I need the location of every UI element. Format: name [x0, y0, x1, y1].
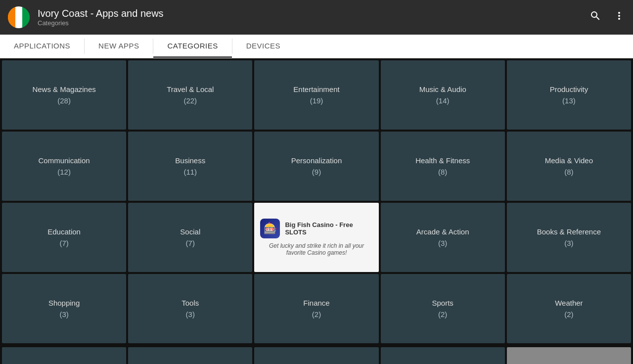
grid-cell-health-fitness[interactable]: Health & Fitness (8): [381, 132, 505, 201]
cell-name: Tools: [178, 299, 203, 307]
cell-name: Personalization: [287, 156, 346, 165]
cell-name: Social: [176, 228, 204, 236]
cell-name: Productivity: [546, 85, 592, 93]
grid-cell-books-reference[interactable]: Books & Reference (3): [507, 203, 631, 272]
header-actions: [589, 10, 625, 25]
ad-top: 🎰 Big Fish Casino - Free SLOTS: [260, 219, 372, 238]
cell-count: (3): [564, 239, 573, 247]
grid-cell-travel-local[interactable]: Travel & Local (22): [128, 60, 252, 130]
header-text-block: Ivory Coast - Apps and news Categories: [38, 8, 582, 27]
cell-count: (28): [57, 96, 71, 105]
cell-count: (9): [312, 168, 321, 176]
partial-cell-1[interactable]: [2, 347, 126, 364]
cell-count: (14): [436, 96, 450, 105]
grid-cell-productivity[interactable]: Productivity (13): [507, 60, 631, 130]
grid-cell-sports[interactable]: Sports (2): [381, 274, 505, 343]
cell-count: (13): [562, 96, 576, 105]
cell-count: (19): [310, 96, 323, 105]
grid-cell-social[interactable]: Social (7): [128, 203, 252, 272]
cell-name: Media & Video: [541, 156, 597, 165]
tab-categories[interactable]: Categories: [153, 35, 231, 58]
cell-count: (11): [183, 168, 197, 176]
partial-cell-4[interactable]: [381, 347, 505, 364]
grid-cell-media-video[interactable]: Media & Video (8): [507, 132, 631, 201]
cell-name: Arcade & Action: [412, 228, 473, 236]
cell-name: Travel & Local: [163, 85, 218, 93]
grid-cell-weather[interactable]: Weather (2): [507, 274, 631, 343]
ad-icon: 🎰: [260, 219, 280, 238]
grid-cell-business[interactable]: Business (11): [128, 132, 252, 201]
search-icon[interactable]: [589, 10, 601, 25]
cell-name: Entertainment: [289, 85, 343, 93]
cell-count: (2): [312, 310, 321, 318]
grid-cell-tools[interactable]: Tools (3): [128, 274, 252, 343]
app-logo: [8, 6, 30, 28]
cell-name: Business: [171, 156, 209, 165]
ad-description: Get lucky and strike it rich in all your…: [260, 242, 372, 256]
cell-name: Education: [44, 228, 85, 236]
cell-count: (3): [59, 310, 68, 318]
grid-cell-personalization[interactable]: Personalization (9): [254, 132, 378, 201]
cell-name: Communication: [34, 156, 93, 165]
cell-name: Shopping: [45, 299, 84, 307]
cell-name: News & Magazines: [28, 85, 99, 93]
grid-cell-entertainment[interactable]: Entertainment (19): [254, 60, 378, 130]
grid-cell-communication[interactable]: Communication (12): [2, 132, 126, 201]
cell-count: (7): [186, 239, 195, 247]
partial-cell-5[interactable]: [507, 347, 631, 364]
grid-cell-shopping[interactable]: Shopping (3): [2, 274, 126, 343]
app-subtitle: Categories: [38, 19, 582, 27]
grid-cell-finance[interactable]: Finance (2): [254, 274, 378, 343]
ad-title: Big Fish Casino - Free SLOTS: [285, 221, 372, 236]
cell-count: (22): [183, 96, 197, 105]
tab-devices[interactable]: Devices: [232, 35, 294, 58]
grid-cell-music-audio[interactable]: Music & Audio (14): [381, 60, 505, 130]
cell-count: (8): [438, 168, 447, 176]
cell-name: Books & Reference: [533, 228, 605, 236]
tab-applications[interactable]: Applications: [0, 35, 84, 58]
cell-name: Sports: [428, 299, 457, 307]
partial-cell-2[interactable]: [128, 347, 252, 364]
cell-count: (12): [57, 168, 71, 176]
cell-count: (7): [59, 239, 68, 247]
more-options-icon[interactable]: [613, 10, 625, 25]
categories-grid: News & Magazines (28) Travel & Local (22…: [0, 58, 633, 345]
cell-count: (3): [186, 310, 195, 318]
partial-cell-3[interactable]: [254, 347, 378, 364]
grid-cell-arcade-action[interactable]: Arcade & Action (3): [381, 203, 505, 272]
grid-cell-education[interactable]: Education (7): [2, 203, 126, 272]
cell-count: (2): [438, 310, 447, 318]
app-header: Ivory Coast - Apps and news Categories: [0, 0, 633, 35]
grid-cell-news-magazines[interactable]: News & Magazines (28): [2, 60, 126, 130]
app-title: Ivory Coast - Apps and news: [38, 8, 582, 19]
grid-cell-ad[interactable]: 🎰 Big Fish Casino - Free SLOTS Get lucky…: [254, 203, 378, 272]
cell-count: (8): [564, 168, 573, 176]
cell-count: (2): [564, 310, 573, 318]
tab-new-apps[interactable]: New apps: [85, 35, 153, 58]
cell-name: Weather: [551, 299, 587, 307]
cell-name: Finance: [299, 299, 333, 307]
cell-name: Music & Audio: [415, 85, 470, 93]
navigation-tabs: Applications New apps Categories Devices: [0, 35, 633, 58]
cell-name: Health & Fitness: [411, 156, 474, 165]
categories-grid-bottom: [0, 345, 633, 364]
cell-count: (3): [438, 239, 447, 247]
